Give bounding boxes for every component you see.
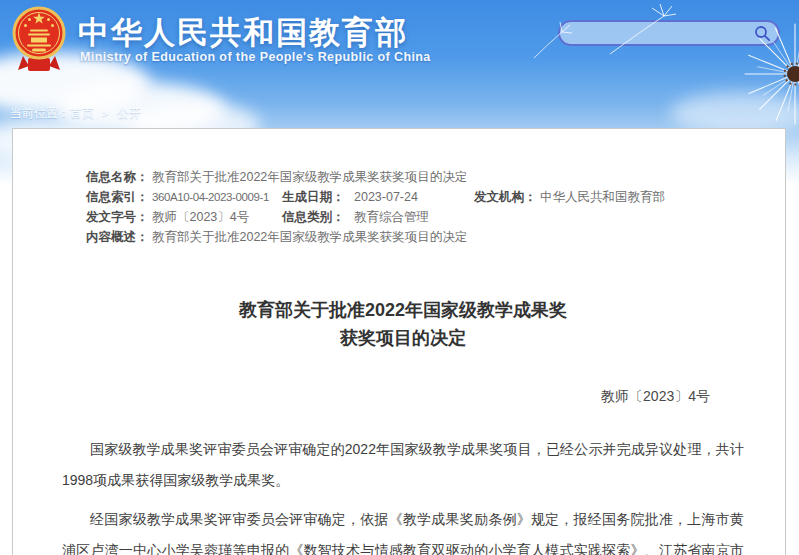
- meta-category-value: 教育综合管理: [354, 211, 474, 224]
- document-paragraph: 国家级教学成果奖评审委员会评审确定的2022年国家级教学成果奖项目，已经公示并完…: [62, 434, 744, 496]
- dandelion-icon: [733, 10, 799, 145]
- meta-summary-label: 内容概述：: [86, 231, 152, 244]
- meta-info-index-label: 信息索引：: [86, 191, 152, 204]
- meta-category-label: 信息类别：: [282, 211, 354, 224]
- document-paragraph: 经国家级教学成果奖评审委员会评审确定，依据《教学成果奖励条例》规定，报经国务院批…: [62, 504, 744, 555]
- meta-agency-value: 中华人民共和国教育部: [540, 191, 744, 204]
- dandelion-seed-icon: [600, 2, 680, 57]
- document-body: 国家级教学成果奖评审委员会评审确定的2022年国家级教学成果奖项目，已经公示并完…: [62, 434, 744, 555]
- meta-info-name-label: 信息名称：: [86, 171, 152, 184]
- meta-doc-no-label: 发文字号：: [86, 211, 152, 224]
- meta-agency-label: 发文机构：: [474, 191, 540, 204]
- breadcrumb-label: 当前位置：: [10, 106, 70, 120]
- dandelion-seed-icon: [528, 20, 578, 60]
- breadcrumb: 当前位置：首页＞公开: [10, 105, 141, 122]
- breadcrumb-separator: ＞: [100, 107, 111, 119]
- meta-date-value: 2023-07-24: [354, 191, 474, 204]
- meta-summary-value: 教育部关于批准2022年国家级教学成果奖获奖项目的决定: [152, 231, 744, 244]
- site-title[interactable]: 中华人民共和国教育部: [78, 12, 408, 54]
- document-title-line1: 教育部关于批准2022年国家级教学成果奖: [62, 296, 744, 324]
- meta-info-name-value: 教育部关于批准2022年国家级教学成果奖获奖项目的决定: [152, 171, 744, 184]
- document-number: 教师〔2023〕4号: [62, 388, 744, 406]
- national-emblem-icon[interactable]: [12, 4, 66, 78]
- meta-info-index-value: 360A10-04-2023-0009-1: [152, 191, 282, 204]
- document-metadata: 信息名称： 教育部关于批准2022年国家级教学成果奖获奖项目的决定 信息索引： …: [86, 171, 744, 244]
- document-title: 教育部关于批准2022年国家级教学成果奖 获奖项目的决定: [62, 296, 744, 352]
- meta-doc-no-value: 教师〔2023〕4号: [152, 211, 282, 224]
- breadcrumb-home-link[interactable]: 首页: [70, 106, 94, 120]
- meta-date-label: 生成日期：: [282, 191, 354, 204]
- site-subtitle: Ministry of Education of the People's Re…: [80, 50, 431, 64]
- document-panel: 信息名称： 教育部关于批准2022年国家级教学成果奖获奖项目的决定 信息索引： …: [12, 128, 786, 555]
- document-title-line2: 获奖项目的决定: [62, 324, 744, 352]
- page: 中华人民共和国教育部 Ministry of Education of the …: [0, 0, 799, 555]
- breadcrumb-current-link[interactable]: 公开: [117, 106, 141, 120]
